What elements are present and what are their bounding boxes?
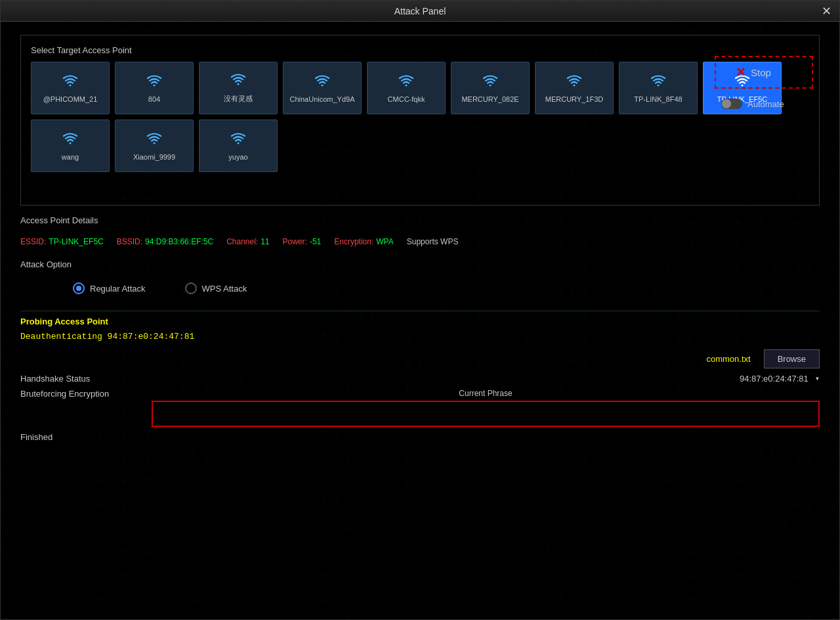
window-title: Attack Panel	[394, 6, 446, 16]
ap-card-1[interactable]: 804	[115, 62, 194, 114]
wifi-icon-10	[145, 131, 163, 150]
ap-card-11[interactable]: yuyao	[199, 120, 278, 172]
handshake-row: Handshake Status 94:87:e0:24:47:81 ▾	[20, 374, 820, 384]
ap-name-7: TP-LINK_8F48	[634, 95, 682, 103]
wifi-icon-11	[229, 131, 247, 150]
toggle-knob	[722, 99, 731, 108]
power-value: -51	[310, 237, 321, 246]
automate-label: Automate	[747, 99, 784, 109]
ap-card-5[interactable]: MERCURY_082E	[451, 62, 530, 114]
handshake-label: Handshake Status	[20, 374, 152, 384]
wordlist-row: common.txt Browse	[20, 349, 820, 368]
divider	[20, 311, 820, 311]
status-section: Probing Access Point Deauthenticating 94…	[20, 317, 820, 442]
finished-label: Finished	[20, 432, 152, 442]
ap-name-9: wang	[62, 153, 79, 161]
stop-x-icon: ✕	[736, 65, 746, 79]
wifi-icon-0	[61, 74, 79, 93]
essid-item: ESSID: TP-LINK_EF5C	[20, 237, 104, 246]
encryption-item: Encryption: WPA	[334, 237, 393, 246]
wps-attack-label: WPS Attack	[202, 284, 247, 294]
ap-name-11: yuyao	[228, 153, 247, 161]
ap-grid: @PHICOMM_21 804 没有灵感 ChinaUnicom_Yd9A CM…	[31, 62, 809, 172]
automate-row: Automate	[721, 99, 820, 109]
right-panel: ✕ Stop Automate	[715, 56, 820, 109]
ap-name-3: ChinaUnicom_Yd9A	[289, 95, 354, 103]
stop-button[interactable]: ✕ Stop	[715, 56, 813, 89]
probing-label: Probing Access Point	[20, 317, 820, 326]
wordlist-name: common.txt	[706, 354, 750, 364]
encryption-value: WPA	[376, 237, 393, 246]
regular-attack-option[interactable]: Regular Attack	[73, 282, 146, 294]
ap-name-5: MERCURY_082E	[461, 95, 518, 103]
close-button[interactable]: ✕	[822, 5, 831, 17]
wifi-icon-9	[61, 131, 79, 150]
channel-value: 11	[261, 237, 269, 246]
wifi-icon-5	[481, 74, 499, 93]
essid-value: TP-LINK_EF5C	[49, 237, 103, 246]
wifi-icon-4	[397, 74, 415, 93]
wifi-icon-1	[145, 74, 163, 93]
essid-label: ESSID:	[20, 237, 46, 246]
wps-label: Supports WPS	[407, 237, 459, 246]
ap-name-2: 没有灵感	[224, 94, 253, 104]
ap-card-0[interactable]: @PHICOMM_21	[31, 62, 110, 114]
chevron-down-icon[interactable]: ▾	[815, 374, 820, 384]
ap-name-1: 804	[148, 95, 160, 103]
bssid-item: BSSID: 94:D9:B3:66:EF:5C	[117, 237, 213, 246]
wps-attack-radio[interactable]	[185, 282, 197, 294]
ap-selection-section: Select Target Access Point @PHICOMM_21 8…	[20, 35, 820, 206]
handshake-mac: 94:87:e0:24:47:81	[740, 374, 808, 384]
channel-item: Channel: 11	[226, 237, 269, 246]
main-window: Attack Panel ✕ ✕ Stop Automate Select Ta…	[0, 0, 840, 620]
finished-row: Finished	[20, 432, 820, 442]
details-label: Access Point Details	[20, 215, 820, 225]
title-bar: Attack Panel ✕	[1, 1, 839, 22]
ap-card-10[interactable]: Xiaomi_9999	[115, 120, 194, 172]
deauth-line: Deauthenticating 94:87:e0:24:47:81	[20, 332, 820, 342]
stop-label: Stop	[751, 67, 771, 78]
phrase-container: Current Phrase	[152, 389, 820, 427]
wps-attack-option[interactable]: WPS Attack	[185, 282, 247, 294]
ap-name-0: @PHICOMM_21	[43, 95, 98, 103]
bssid-value: 94:D9:B3:66:EF:5C	[145, 237, 213, 246]
wifi-icon-6	[565, 74, 583, 93]
ap-name-4: CMCC-fqkk	[388, 95, 425, 103]
radio-dot	[76, 286, 81, 291]
ap-card-2[interactable]: 没有灵感	[199, 62, 278, 114]
power-item: Power: -51	[283, 237, 322, 246]
details-row: ESSID: TP-LINK_EF5C BSSID: 94:D9:B3:66:E…	[20, 232, 820, 252]
wifi-icon-7	[649, 74, 667, 93]
current-phrase-label: Current Phrase	[152, 389, 820, 398]
attack-section: Attack Option Regular Attack WPS Attack	[20, 259, 820, 301]
encryption-label: Encryption:	[334, 237, 373, 246]
power-label: Power:	[283, 237, 307, 246]
details-section: Access Point Details ESSID: TP-LINK_EF5C…	[20, 215, 820, 252]
ap-card-3[interactable]: ChinaUnicom_Yd9A	[283, 62, 362, 114]
ap-card-7[interactable]: TP-LINK_8F48	[619, 62, 698, 114]
current-phrase-input[interactable]	[152, 401, 820, 427]
ap-section-label: Select Target Access Point	[31, 45, 809, 55]
bssid-label: BSSID:	[117, 237, 142, 246]
wifi-icon-3	[313, 74, 331, 93]
automate-toggle[interactable]	[721, 99, 742, 109]
browse-button[interactable]: Browse	[764, 349, 820, 368]
channel-label: Channel:	[226, 237, 258, 246]
ap-card-4[interactable]: CMCC-fqkk	[367, 62, 446, 114]
wifi-icon-2	[229, 72, 247, 91]
ap-card-6[interactable]: MERCURY_1F3D	[535, 62, 614, 114]
ap-card-9[interactable]: wang	[31, 120, 110, 172]
regular-attack-radio[interactable]	[73, 282, 85, 294]
content-area: ✕ Stop Automate Select Target Access Poi…	[1, 22, 839, 619]
bruteforce-section: Bruteforcing Encryption Current Phrase	[20, 389, 820, 427]
bruteforce-label: Bruteforcing Encryption	[20, 389, 152, 399]
attack-label: Attack Option	[20, 259, 820, 269]
ap-name-10: Xiaomi_9999	[133, 153, 175, 161]
radio-row: Regular Attack WPS Attack	[20, 276, 820, 301]
regular-attack-label: Regular Attack	[90, 284, 146, 294]
ap-name-6: MERCURY_1F3D	[545, 95, 603, 103]
